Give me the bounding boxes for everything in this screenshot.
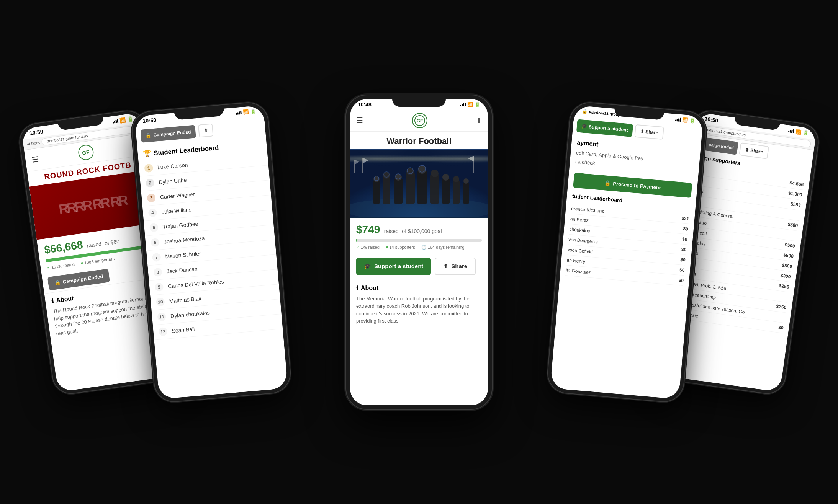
leader-name-1: erence Kitchens	[571, 206, 604, 214]
rank-9: 9	[155, 282, 164, 292]
raised-section-center: $749 raised of $100,000 goal ✓ 1% raised…	[350, 218, 488, 254]
campaign-ended-label: Campaign Ended	[62, 273, 103, 285]
share-btn-left[interactable]: ⬆	[198, 123, 214, 137]
field-lights	[350, 153, 488, 165]
leader-amt-1: $21	[681, 215, 689, 222]
battery-icon-left: 🔋	[250, 108, 256, 114]
sup-amt-3: $553	[790, 201, 801, 208]
menu-icon-far-left[interactable]: ☰	[31, 154, 39, 164]
about-text-center: The Memorial Warrior football program is…	[356, 295, 482, 325]
screen-right: 🔒 warriors21.groupfund.us 📶 🔋	[550, 105, 703, 399]
share-btn-right[interactable]: ⬆ Share	[634, 124, 664, 139]
phone-left: 10:50 📶 🔋 🔒	[131, 101, 292, 403]
sup-amt-7: $500	[784, 242, 795, 249]
football-scene	[350, 149, 488, 218]
signal-icon-right	[675, 117, 681, 121]
phones-container: 10:50 📶 🔋 ◀ Docs rr	[17, 13, 821, 491]
status-icons-far-left: 📶 🔋	[112, 116, 134, 124]
share-icon-center[interactable]: ⬆	[476, 116, 482, 125]
student-name-9: Carlos Del Valle Robles	[168, 278, 224, 289]
rank-8: 8	[153, 267, 162, 277]
wifi-icon-left: 📶	[243, 109, 249, 115]
leader-name-5: xson Cofield	[567, 247, 593, 254]
rank-11: 11	[157, 312, 166, 321]
signal-icon-far-right	[788, 128, 794, 133]
heart-icon: ♥	[80, 260, 83, 265]
stat-supporters-center: ♥ 14 supporters	[386, 245, 415, 250]
student-name-3: Carter Wagner	[160, 191, 195, 200]
raised-label-center: raised	[384, 228, 399, 234]
status-icons-center: 📶 🔋	[460, 102, 480, 107]
supporters-center: 14 supporters	[389, 245, 415, 250]
leader-name-6: an Henry	[566, 257, 586, 264]
stats-row-center: ✓ 1% raised ♥ 14 supporters 🕐 164 days r…	[356, 245, 482, 250]
time-far-left: 10:50	[29, 128, 44, 136]
goal-text-far-left: of $60	[104, 238, 120, 246]
wifi-icon-far-right: 📶	[795, 129, 802, 135]
leader-amt-6: $0	[679, 267, 685, 273]
days-remaining-center: 164 days remaining	[428, 245, 465, 250]
support-btn-center[interactable]: 🎓 Support a student	[356, 258, 431, 275]
stat-supporters: ♥ 1083 supporters	[80, 256, 115, 265]
battery-icon-center: 🔋	[475, 102, 480, 107]
wifi-icon-right: 📶	[682, 117, 688, 123]
sup-amt-5: $500	[787, 222, 798, 228]
grad-icon-right: 🎓	[581, 123, 588, 129]
feedback-tab-far-right[interactable]: Feedback	[787, 337, 798, 363]
student-name-1: Luke Carson	[157, 161, 188, 170]
lock-icon: 🔒	[54, 279, 61, 285]
phone-right: 🔒 warriors21.groupfund.us 📶 🔋	[547, 101, 707, 403]
student-name-8: Jack Duncan	[166, 266, 198, 274]
leader-name-2: an Perez	[570, 216, 589, 223]
lock-proceed-icon: 🔒	[604, 180, 611, 186]
share-btn-far-right[interactable]: ⬆ Share	[739, 142, 769, 159]
action-btns-center: 🎓 Support a student ⬆ Share	[350, 254, 488, 280]
rank-1: 1	[144, 163, 153, 173]
stat-pct-center: ✓ 1% raised	[356, 245, 380, 250]
support-icon: 🎓	[364, 263, 371, 270]
pct-raised-center: 1% raised	[361, 245, 380, 250]
leader-amt-3: $0	[682, 236, 688, 242]
sup-amt-8: $500	[783, 252, 794, 259]
leader-name-7: lla Gonzalez	[566, 267, 591, 275]
support-btn-right[interactable]: 🎓 Support a student	[576, 119, 633, 137]
check-icon: ✓	[46, 265, 51, 270]
share-btn-center[interactable]: ⬆ Share	[435, 258, 476, 275]
raised-amount-far-left: $66,668	[44, 238, 84, 256]
rank-7: 7	[152, 253, 161, 262]
raised-label-far-left: raised	[87, 241, 102, 249]
time-left: 10:50	[142, 117, 157, 124]
student-name-7: Mason Schuler	[165, 250, 201, 259]
battery-icon-right: 🔋	[689, 118, 696, 124]
bar4	[117, 119, 118, 122]
goal-text-center: of $100,000 goal	[402, 228, 442, 234]
student-name-10: Matthias Blair	[169, 295, 202, 304]
rank-2: 2	[146, 178, 155, 188]
campaign-image-center	[350, 149, 488, 218]
student-name-12: Sean Ball	[172, 326, 195, 334]
student-name-11: Dylan choukalos	[170, 309, 210, 319]
menu-icon-center[interactable]: ☰	[356, 116, 363, 125]
leader-name-4: von Bourgeois	[568, 237, 598, 245]
sup-amt-13: $250	[776, 303, 787, 310]
sup-amt-10: $300	[780, 272, 791, 279]
logo-center: GF	[412, 113, 427, 128]
raised-amount-center: $749	[356, 223, 380, 235]
sup-amt-1: $4,566	[789, 180, 804, 187]
heart-icon-center: ♥	[386, 245, 388, 250]
status-icons-right: 📶 🔋	[675, 116, 696, 124]
svg-rect-8	[417, 171, 427, 204]
sup-amt-11: $250	[779, 283, 789, 290]
info-icon: ℹ	[51, 297, 54, 305]
rank-3: 3	[147, 193, 156, 202]
student-name-6: Joshua Mendoza	[164, 235, 205, 245]
leader-amt-4: $0	[681, 246, 687, 252]
battery-icon-far-right: 🔋	[802, 130, 809, 136]
lock-icon-right: 🔒	[582, 108, 588, 114]
leader-amt-5: $0	[680, 257, 686, 263]
logo-far-left: GF	[77, 144, 94, 161]
stat-raised: ✓ 111% raised	[46, 261, 75, 270]
campaign-ended-btn-left[interactable]: 🔒 Campaign Ended	[140, 125, 196, 142]
signal-icon-center	[460, 103, 466, 106]
student-name-5: Trajan Godbee	[162, 220, 198, 230]
